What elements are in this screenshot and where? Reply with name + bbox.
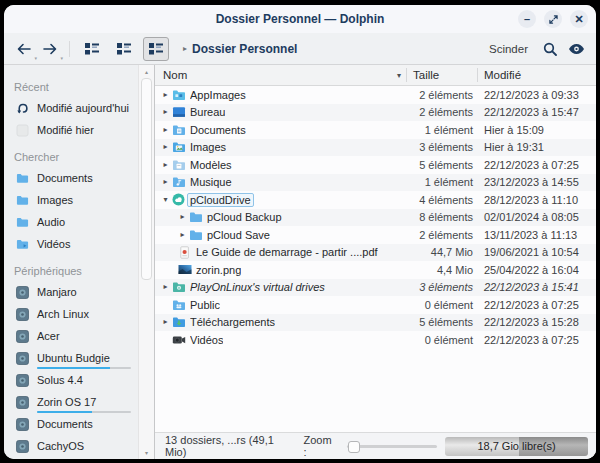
zoom-slider-handle[interactable] [348,441,360,453]
expander-collapsed-icon[interactable]: ▸ [160,91,171,99]
preview-eye-icon[interactable] [566,39,586,59]
table-row-public[interactable]: Public0 élément22/12/2023 à 07:25 [155,296,596,314]
window-title: Dossier Personnel — Dolphin [216,12,385,26]
close-button[interactable]: ✕ [570,10,588,28]
free-space-label: 18,7 Gio libre(s) [477,440,555,452]
sidebar-item-label: Modifié hier [37,124,94,136]
sidebar-item-videos[interactable]: Vidéos [4,233,138,255]
table-row-telechargements[interactable]: ▸Téléchargements5 éléments22/12/2023 à 1… [155,314,596,332]
table-row-videos[interactable]: Vidéos0 élément22/12/2023 à 07:25 [155,331,596,349]
column-header-modifie[interactable]: Modifié [478,69,596,81]
expander-collapsed-icon[interactable]: ▸ [160,318,171,326]
table-row-images[interactable]: ▸Images3 élémentsHier à 19:31 [155,139,596,157]
table-row-modeles[interactable]: ▸Modèles5 éléments22/12/2023 à 07:25 [155,156,596,174]
table-row-pcloud-backup[interactable]: ▸pCloud Backup8 éléments02/01/2024 à 08:… [155,209,596,227]
expander-collapsed-icon[interactable]: ▸ [177,231,188,239]
folder-icon [188,211,203,223]
table-row-bureau[interactable]: ▸Bureau2 éléments22/12/2023 à 15:47 [155,104,596,122]
back-dropdown-icon: ▾ [34,55,37,61]
file-name[interactable]: Public [190,299,220,311]
file-size: 4,4 Mio [407,264,478,276]
expander-collapsed-icon[interactable]: ▸ [160,143,171,151]
expander-expanded-icon[interactable]: ▾ [160,196,171,204]
breadcrumb[interactable]: ▸ Dossier Personnel [183,42,297,56]
file-name-selected[interactable]: pCloudDrive [187,193,254,207]
folder-music-icon [171,176,186,188]
file-name[interactable]: Vidéos [190,334,223,346]
scrollbar-thumb[interactable] [141,78,152,280]
sidebar-item-modifie-hier[interactable]: Modifié hier [4,119,138,141]
view-icons-button[interactable] [79,37,105,61]
view-compact-button[interactable] [111,37,137,61]
expander-collapsed-icon[interactable]: ▸ [160,126,171,134]
file-name[interactable]: Le Guide de demarrage - partir ....pdf [196,246,378,258]
recent-icon [16,102,29,115]
split-button[interactable]: Scinder [489,43,528,55]
sidebar-item-cachyos[interactable]: CachyOS [4,435,138,457]
sidebar-scrollbar[interactable]: ▴ ▾ [138,65,154,459]
expander-collapsed-icon[interactable]: ▸ [160,161,171,169]
zoom-label: Zoom : [303,434,337,458]
table-row-pclouddrive[interactable]: ▾pCloudDrive4 éléments28/12/2023 à 11:10 [155,191,596,209]
expander-collapsed-icon[interactable]: ▸ [160,283,171,291]
sort-desc-icon: ▾ [397,71,401,80]
sidebar-item-acer[interactable]: Acer [4,325,138,347]
file-modified: 22/12/2023 à 15:41 [478,281,596,293]
expander-collapsed-icon[interactable]: ▸ [177,213,188,221]
scrollbar-down-icon[interactable]: ▾ [139,449,154,456]
drive-icon [16,396,29,409]
sidebar-item-manjaro[interactable]: Manjaro [4,281,138,303]
file-name[interactable]: Documents [190,124,246,136]
table-row-musique[interactable]: ▸Musique1 élément23/12/2023 à 14:55 [155,174,596,192]
breadcrumb-location[interactable]: Dossier Personnel [192,42,297,56]
toolbar-separator [69,41,70,57]
table-row-documents[interactable]: ▸Documents1 élémentHier à 15:09 [155,121,596,139]
file-name[interactable]: PlayOnLinux's virtual drives [190,281,325,293]
file-name[interactable]: Bureau [190,106,225,118]
file-name[interactable]: pCloud Save [207,229,270,241]
file-modified: 22/12/2023 à 07:25 [478,299,596,311]
sidebar-item-modifie-aujourd-hui[interactable]: Modifié aujourd'hui [4,97,138,119]
zoom-slider[interactable] [347,445,437,448]
file-name[interactable]: Images [190,141,226,153]
forward-button[interactable]: ▾ [40,39,60,59]
view-details-button[interactable] [143,37,169,61]
sidebar-item-label: Acer [37,330,60,342]
sidebar-item-documents[interactable]: Documents [4,413,138,435]
sidebar-item-ubuntu-budgie[interactable]: Ubuntu Budgie [4,347,138,369]
file-name[interactable]: pCloud Backup [207,211,282,223]
column-header-nom[interactable]: Nom ▾ [155,69,406,81]
table-row-appimages[interactable]: ▸AppImages2 éléments22/12/2023 à 09:33 [155,86,596,104]
folder-icon [188,229,203,241]
expander-collapsed-icon[interactable]: ▸ [160,108,171,116]
table-row-pcloud-save[interactable]: ▸pCloud Save2 éléments13/11/2023 à 11:13 [155,226,596,244]
scrollbar-up-icon[interactable]: ▴ [139,68,154,75]
file-size: 3 éléments [407,281,478,293]
expander-collapsed-icon[interactable]: ▸ [160,178,171,186]
yesterday-icon [16,124,29,137]
folder-icon [16,216,29,229]
file-name[interactable]: Musique [190,176,232,188]
table-row-zorin-png[interactable]: zorin.png4,4 Mio25/04/2022 à 16:04 [155,261,596,279]
column-header-taille[interactable]: Taille [407,69,477,81]
table-row-playonlinux-s-virtual-drives[interactable]: ▸PlayOnLinux's virtual drives3 éléments2… [155,279,596,297]
items-summary: 13 dossiers, ...rs (49,1 Mio) [165,434,295,458]
minimize-button[interactable]: – [518,10,536,28]
back-button[interactable]: ▾ [14,39,34,59]
maximize-button[interactable] [544,10,562,28]
file-name[interactable]: zorin.png [196,264,241,276]
sidebar-item-images[interactable]: Images [4,189,138,211]
sidebar-item-audio[interactable]: Audio [4,211,138,233]
file-name[interactable]: AppImages [190,89,246,101]
sidebar-item-arch-linux[interactable]: Arch Linux [4,303,138,325]
sidebar-item-solus-4-4[interactable]: Solus 4.4 [4,369,138,391]
titlebar[interactable]: Dossier Personnel — Dolphin – ✕ [4,5,596,33]
file-name[interactable]: Téléchargements [190,316,275,328]
search-icon[interactable] [540,39,560,59]
sidebar-item-zorin-os-17[interactable]: Zorin OS 17 [4,391,138,413]
table-row-le-guide-de-demarrage-partir-pdf[interactable]: Le Guide de demarrage - partir ....pdf44… [155,244,596,262]
file-name[interactable]: Modèles [190,159,232,171]
file-size: 2 éléments [407,89,478,101]
file-modified: 22/12/2023 à 15:28 [478,316,596,328]
sidebar-item-documents[interactable]: Documents [4,167,138,189]
